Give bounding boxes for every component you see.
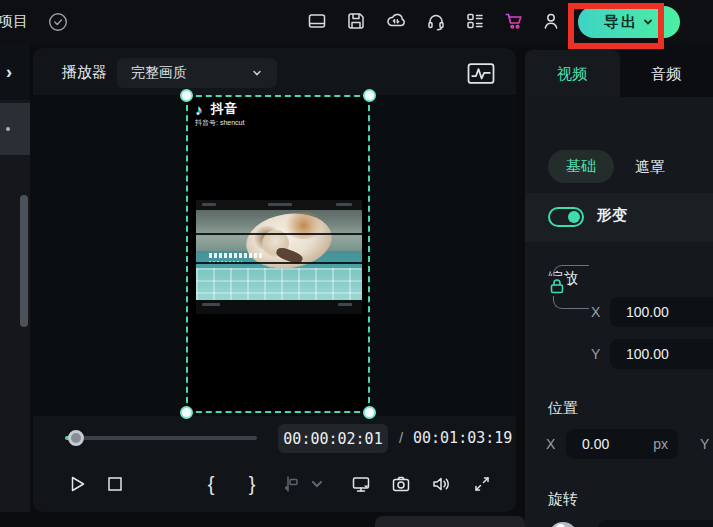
tab-video[interactable]: 视频 — [557, 65, 587, 84]
display-icon — [351, 474, 371, 494]
marker-dropdown[interactable] — [309, 472, 325, 496]
expand-panel-icon[interactable]: › — [6, 62, 12, 83]
marker-button[interactable] — [279, 472, 303, 496]
cart-icon[interactable] — [503, 10, 525, 32]
video-ui-bar-top — [196, 200, 362, 210]
position-y-label: Y — [700, 436, 709, 452]
support-icon[interactable] — [425, 10, 447, 32]
volume-icon — [431, 474, 451, 494]
display-output-button[interactable] — [349, 472, 373, 496]
player-label: 播放器 — [62, 63, 107, 82]
rotate-field[interactable]: 0.00° — [598, 520, 713, 527]
play-icon — [67, 474, 87, 494]
tab-audio[interactable]: 音频 — [651, 65, 681, 84]
check-circle-icon[interactable] — [47, 11, 69, 33]
stop-icon — [105, 474, 125, 494]
marker-icon — [281, 474, 301, 494]
volume-button[interactable] — [429, 472, 453, 496]
chevron-down-icon — [251, 67, 263, 79]
scale-x-label: X — [591, 304, 600, 320]
quality-dropdown-value: 完整画质 — [131, 64, 187, 82]
watermark-id: 抖音号: shencut — [195, 118, 244, 128]
fullscreen-button[interactable] — [470, 472, 494, 496]
save-icon[interactable] — [345, 10, 367, 32]
bottom-gap — [0, 512, 525, 527]
total-timecode: 00:01:03:19 — [413, 429, 512, 447]
export-button-label: 导出 — [604, 13, 638, 32]
lock-icon — [547, 276, 567, 296]
chevron-down-icon — [642, 16, 654, 28]
sidebar-scrollbar[interactable] — [20, 195, 28, 327]
mark-out-button[interactable]: } — [244, 472, 260, 496]
preview-canvas[interactable]: ♪♪♪ 抖音 抖音号: shencut — [33, 95, 516, 416]
render-preview-button[interactable] — [466, 60, 496, 86]
subtab-mask[interactable]: 遮罩 — [635, 158, 665, 177]
mark-in-button[interactable]: { — [203, 472, 219, 496]
app-window: 项目 — [0, 0, 713, 527]
cat-video-content — [196, 210, 362, 300]
rotate-label: 旋转 — [548, 490, 578, 509]
layout-icon[interactable] — [306, 10, 328, 32]
timeline-panel-edge — [375, 516, 525, 527]
resize-handle-top-right[interactable] — [363, 89, 376, 102]
timecode-separator: / — [399, 429, 403, 446]
resize-handle-bottom-right[interactable] — [363, 406, 376, 419]
watermark-brand: 抖音 — [211, 100, 237, 118]
scale-lock-button[interactable] — [547, 276, 567, 296]
sidebar-selected-item[interactable] — [0, 103, 30, 155]
video-caption-marks — [209, 253, 262, 258]
player-panel: 播放器 完整画质 ♪♪♪ — [33, 48, 516, 512]
sidebar-item-dot — [6, 127, 10, 131]
subtab-basic[interactable]: 基础 — [548, 150, 614, 183]
position-x-field[interactable]: 0.00 px — [566, 429, 678, 459]
play-button[interactable] — [65, 472, 89, 496]
scale-x-field[interactable]: 100.00 — [610, 297, 713, 327]
properties-content: 基础 遮罩 形变 缩放 X 100.00 Y 100.00 — [525, 97, 713, 527]
video-clip-frame[interactable]: ♪♪♪ 抖音 抖音号: shencut — [188, 97, 368, 411]
seek-handle[interactable] — [68, 430, 84, 446]
position-x-label: X — [546, 436, 555, 452]
video-ui-bar-bottom — [196, 300, 362, 314]
transform-toggle[interactable] — [548, 207, 584, 227]
project-title: 项目 — [0, 12, 28, 31]
top-toolbar: 项目 — [0, 0, 713, 45]
apps-icon[interactable] — [464, 10, 486, 32]
snapshot-button[interactable] — [389, 472, 413, 496]
snapshot-icon — [391, 474, 411, 494]
waveform-icon — [466, 61, 496, 86]
fullscreen-icon — [472, 474, 492, 494]
cloud-sync-icon[interactable] — [385, 10, 407, 32]
tiktok-icon: ♪♪♪ — [195, 101, 208, 117]
scale-y-label: Y — [591, 346, 600, 362]
properties-panel: 视频 音频 基础 遮罩 形变 缩放 X 100.00 Y — [525, 45, 713, 527]
export-button[interactable]: 导出 — [578, 6, 680, 38]
quality-dropdown[interactable]: 完整画质 — [117, 58, 277, 88]
position-x-unit: px — [653, 436, 668, 452]
rotate-dial[interactable] — [548, 522, 578, 527]
seek-bar[interactable] — [65, 436, 257, 440]
account-icon[interactable] — [540, 10, 562, 32]
current-timecode[interactable]: 00:00:02:01 — [278, 424, 388, 453]
chevron-down-icon — [309, 474, 325, 494]
transform-row: 形变 — [525, 193, 713, 242]
position-label: 位置 — [548, 399, 578, 418]
resize-handle-top-left[interactable] — [180, 89, 193, 102]
left-sidebar-collapsed: › — [0, 45, 30, 527]
sidebar-expand-area: › — [0, 45, 30, 100]
stop-button[interactable] — [103, 472, 127, 496]
scale-y-field[interactable]: 100.00 — [610, 339, 713, 369]
resize-handle-bottom-left[interactable] — [180, 406, 193, 419]
transform-label: 形变 — [597, 206, 627, 225]
tiktok-watermark: ♪♪♪ 抖音 — [195, 100, 237, 118]
